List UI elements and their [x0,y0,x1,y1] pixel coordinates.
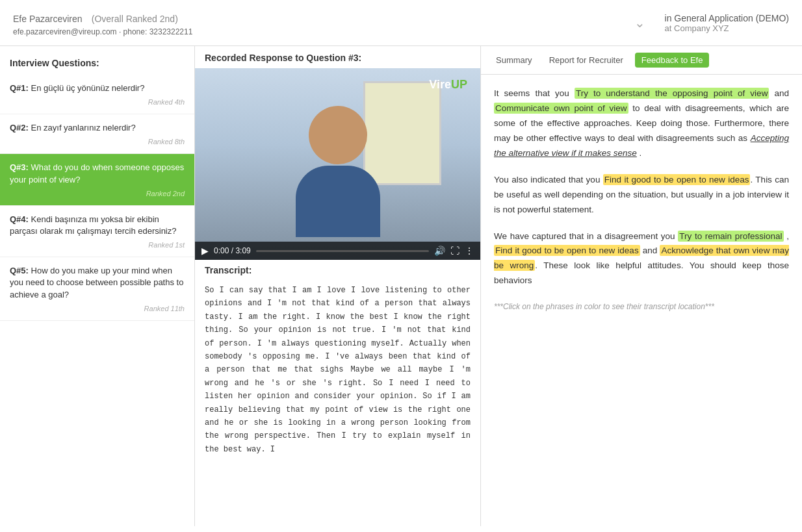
question-label-q1: Q#1: [10,83,29,93]
highlight-open-ideas-2[interactable]: Find it good to be open to new ideas [494,245,640,256]
transcript-text: So I can say that I am I love I love lis… [195,279,480,526]
feedback-para-2: You also indicated that you Find it good… [494,173,789,218]
question-rank-q3: Ranked 2nd [10,190,185,197]
transcript-section: Transcript: [195,260,480,279]
volume-button[interactable]: 🔊 [434,246,445,256]
play-button[interactable]: ▶ [201,246,209,256]
question-label-q5: Q#5: [10,266,29,275]
sidebar-item-q2[interactable]: Q#2: En zayıf yanlarınız nelerdir? Ranke… [0,114,194,154]
question-text-q5: Q#5: How do you make up your mind when y… [10,265,185,301]
question-text-q3: Q#3: What do you do when someone opposes… [10,162,185,185]
more-button[interactable]: ⋮ [465,246,474,256]
question-body-q3: What do you do when someone opposes your… [10,162,184,184]
candidate-name: Efe Pazarceviren (Overall Ranked 2nd) [13,9,615,26]
sidebar-item-q4[interactable]: Q#4: Kendi başınıza mı yoksa bir ekibin … [0,206,194,257]
video-container[interactable]: VireUP ▶ 0:00 / 3:09 🔊 ⛶ ⋮ [195,68,480,260]
question-body-q5: How do you make up your mind when you ne… [10,266,183,299]
question-text-q1: Q#1: En güçlü üç yönünüz nelerdir? [10,82,185,94]
question-body-q1: En güçlü üç yönünüz nelerdir? [31,83,145,93]
question-label-q2: Q#2: [10,123,29,133]
video-time: 0:00 / 3:09 [214,246,251,255]
question-text-q2: Q#2: En zayıf yanlarınız nelerdir? [10,122,185,134]
middle-panel: Recorded Response to Question #3: VireUP [195,46,481,526]
middle-title: Recorded Response to Question #3: [195,46,480,68]
video-placeholder: VireUP [195,68,480,260]
sidebar-item-q5[interactable]: Q#5: How do you make up your mind when y… [0,257,194,321]
question-body-q4: Kendi başınıza mı yoksa bir ekibin parça… [10,214,176,236]
header: Efe Pazarceviren (Overall Ranked 2nd) ef… [0,0,802,46]
para3-after: . These look like helpful attitudes. You… [494,260,789,285]
question-rank-q1: Ranked 4th [10,98,185,106]
highlight-try-understand[interactable]: Try to understand the opposing point of … [575,88,770,99]
email-text: efe.pazarceviren@vireup.com · phone: 323… [13,27,615,36]
name-text: Efe Pazarceviren [13,14,83,24]
highlight-communicate[interactable]: Communicate own point of view [494,103,628,114]
right-panel: Summary Report for Recruiter Feedback to… [481,46,802,526]
question-label-q4: Q#4: [10,214,29,224]
para1-end: . [637,148,642,158]
highlight-open-ideas[interactable]: Find it good to be open to new ideas [603,174,751,185]
transcript-title: Transcript: [205,265,471,275]
para1-before1: It seems that you [494,88,575,98]
question-rank-q2: Ranked 8th [10,138,185,146]
progress-bar[interactable] [256,250,429,252]
sidebar-item-q1[interactable]: Q#1: En güçlü üç yönünüz nelerdir? Ranke… [0,75,194,114]
application-label: in General Application (DEMO) [665,13,789,23]
para3-comma: , [784,231,789,241]
rank-text: (Overall Ranked 2nd) [92,14,178,24]
question-label-q3: Q#3: [10,162,29,172]
company-label: at Company XYZ [665,23,789,33]
hint-text: ***Click on the phrases in color to see … [494,300,789,313]
para2-before: You also indicated that you [494,175,603,184]
highlight-remain-professional[interactable]: Try to remain professional [678,231,783,242]
question-rank-q5: Ranked 11th [10,305,185,312]
feedback-para-3: We have captured that in a disagreement … [494,229,789,289]
fullscreen-button[interactable]: ⛶ [450,246,459,256]
header-left: Efe Pazarceviren (Overall Ranked 2nd) ef… [13,9,615,36]
para3-and: and [640,246,660,255]
chevron-icon[interactable]: ⌄ [615,15,665,31]
tab-summary[interactable]: Summary [491,53,537,68]
question-text-q4: Q#4: Kendi başınıza mı yoksa bir ekibin … [10,214,185,237]
tab-feedback[interactable]: Feedback to Efe [635,53,710,68]
question-body-q2: En zayıf yanlarınız nelerdir? [31,123,136,133]
feedback-para-1: It seems that you Try to understand the … [494,86,789,161]
vireup-logo: VireUP [429,78,467,92]
video-controls: ▶ 0:00 / 3:09 🔊 ⛶ ⋮ [195,242,480,260]
sidebar-title: Interview Questions: [0,53,194,75]
header-right: in General Application (DEMO) at Company… [665,13,789,33]
sidebar: Interview Questions: Q#1: En güçlü üç yö… [0,46,195,526]
question-rank-q4: Ranked 1st [10,241,185,249]
para3-before: We have captured that in a disagreement … [494,231,678,241]
feedback-content: It seems that you Try to understand the … [481,75,802,526]
main-layout: Interview Questions: Q#1: En güçlü üç yö… [0,46,802,526]
tabs-row: Summary Report for Recruiter Feedback to… [481,46,802,75]
sidebar-item-q3[interactable]: Q#3: What do you do when someone opposes… [0,154,194,205]
tab-report[interactable]: Report for Recruiter [544,53,628,68]
para1-between: and [769,88,789,98]
